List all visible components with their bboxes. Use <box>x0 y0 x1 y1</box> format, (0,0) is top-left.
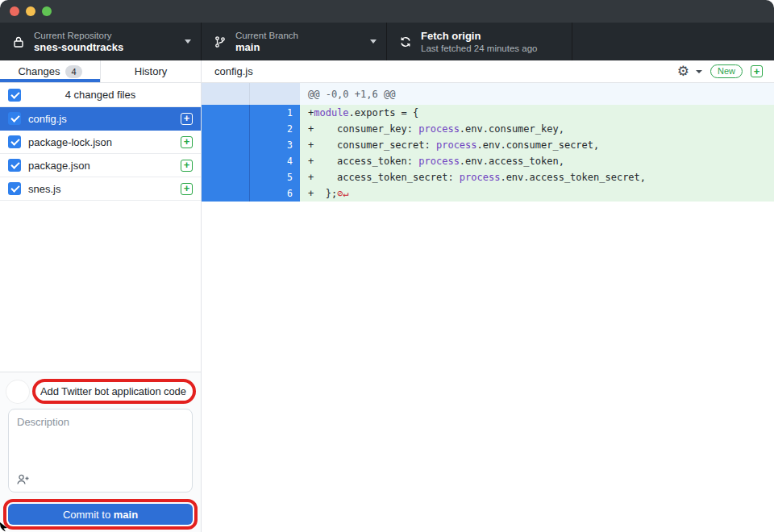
summary-highlight-annotation <box>32 379 196 404</box>
diff-gutter-old[interactable] <box>202 121 250 137</box>
hunk-gutter-new <box>250 83 300 105</box>
chevron-down-icon[interactable] <box>696 70 702 73</box>
hunk-gutter-old <box>202 83 250 105</box>
diff-header-icons: ⚙ New <box>677 64 763 78</box>
plus-square-icon[interactable] <box>181 113 193 125</box>
diff-code-line: + consumer_key: process.env.consumer_key… <box>300 121 774 137</box>
chevron-down-icon <box>185 39 191 44</box>
file-name: config.js <box>28 113 173 125</box>
minimize-button[interactable] <box>26 6 35 16</box>
diff-gutter-new[interactable]: 5 <box>250 169 300 185</box>
avatar <box>6 380 29 403</box>
new-file-badge: New <box>710 64 743 78</box>
diff-gutter-old[interactable] <box>202 153 250 169</box>
file-list-rows: config.jspackage-lock.jsonpackage.jsonsn… <box>0 107 201 201</box>
diff-gutter-new[interactable]: 2 <box>250 121 300 137</box>
file-name: package-lock.json <box>28 136 173 148</box>
content: Changes 4 History 4 changed files config… <box>0 60 774 532</box>
select-all-checkbox[interactable] <box>8 89 21 102</box>
file-row[interactable]: config.js <box>0 107 201 131</box>
close-button[interactable] <box>10 6 19 16</box>
zoom-button[interactable] <box>42 6 52 16</box>
diff-line: 2+ consumer_key: process.env.consumer_ke… <box>202 121 774 137</box>
diff-file-title: config.js <box>214 65 677 77</box>
plus-square-icon[interactable] <box>181 160 193 172</box>
mouse-cursor <box>0 522 10 532</box>
tab-changes[interactable]: Changes 4 <box>0 60 100 82</box>
sidebar-tabs: Changes 4 History <box>0 60 201 83</box>
repo-name: snes-soundtracks <box>34 41 178 54</box>
file-checkbox[interactable] <box>8 182 21 195</box>
fetch-origin-button[interactable]: Fetch origin Last fetched 24 minutes ago <box>387 23 572 60</box>
gear-icon[interactable]: ⚙ <box>677 64 689 78</box>
fetch-label: Fetch origin <box>421 30 562 43</box>
diff-code-line: + consumer_secret: process.env.consumer_… <box>300 137 774 153</box>
lock-icon <box>11 35 26 49</box>
changed-files-count: 4 changed files <box>65 89 135 101</box>
main-panel: config.js ⚙ New @@ -0,0 +1,6 @@ 1+module… <box>202 60 774 532</box>
diff-line: 4+ access_token: process.env.access_toke… <box>202 153 774 169</box>
changes-count-badge: 4 <box>65 65 81 78</box>
current-repository-button[interactable]: Current Repository snes-soundtracks <box>0 23 202 60</box>
commit-summary-input[interactable] <box>40 385 188 397</box>
file-checkbox[interactable] <box>8 159 21 172</box>
add-coauthor-icon[interactable] <box>16 473 31 486</box>
plus-square-icon[interactable] <box>181 136 193 148</box>
diff-header: config.js ⚙ New <box>202 60 774 83</box>
diff-code-line: +module.exports = { <box>300 105 774 121</box>
hunk-header-text: @@ -0,0 +1,6 @@ <box>300 83 774 105</box>
commit-panel: Commit to main <box>0 372 201 532</box>
file-checkbox[interactable] <box>8 135 21 148</box>
changed-files-list: 4 changed files config.jspackage-lock.js… <box>0 83 201 372</box>
diff-gutter-new[interactable]: 6 <box>250 185 300 202</box>
fetch-status: Last fetched 24 minutes ago <box>421 43 562 54</box>
plus-square-icon[interactable] <box>751 65 763 77</box>
sidebar: Changes 4 History 4 changed files config… <box>0 60 202 532</box>
diff-line: 3+ consumer_secret: process.env.consumer… <box>202 137 774 153</box>
diff-view: @@ -0,0 +1,6 @@ 1+module.exports = {2+ c… <box>202 83 774 202</box>
toolbar-filler <box>572 23 774 60</box>
diff-gutter-old[interactable] <box>202 169 250 185</box>
file-row[interactable]: package.json <box>0 154 201 177</box>
file-row[interactable]: package-lock.json <box>0 131 201 154</box>
diff-gutter-new[interactable]: 4 <box>250 153 300 169</box>
sync-icon <box>398 35 413 49</box>
diff-gutter-old[interactable] <box>202 185 250 202</box>
traffic-lights <box>10 6 52 16</box>
commit-description-wrap <box>8 409 193 493</box>
diff-line: 5+ access_token_secret: process.env.acce… <box>202 169 774 185</box>
diff-line: 6+ };⊘↵ <box>202 185 774 202</box>
commit-description-textarea[interactable] <box>8 409 193 493</box>
hunk-header-row: @@ -0,0 +1,6 @@ <box>202 83 774 105</box>
diff-gutter-new[interactable]: 3 <box>250 137 300 153</box>
toolbar: Current Repository snes-soundtracks Curr… <box>0 23 774 60</box>
diff-line: 1+module.exports = { <box>202 105 774 121</box>
tab-history-label: History <box>135 65 167 77</box>
commit-button-prefix: Commit to <box>63 509 114 521</box>
file-name: snes.js <box>28 183 173 195</box>
diff-code-line: + access_token: process.env.access_token… <box>300 153 774 169</box>
branch-name: main <box>235 41 364 54</box>
repo-label: Current Repository <box>34 30 178 41</box>
branch-label: Current Branch <box>235 30 364 41</box>
diff-lines: 1+module.exports = {2+ consumer_key: pro… <box>202 105 774 202</box>
current-branch-button[interactable]: Current Branch main <box>202 23 387 60</box>
diff-gutter-old[interactable] <box>202 105 250 121</box>
plus-square-icon[interactable] <box>181 183 193 195</box>
diff-code-line: + };⊘↵ <box>300 185 774 202</box>
diff-code-line: + access_token_secret: process.env.acces… <box>300 169 774 185</box>
diff-gutter-new[interactable]: 1 <box>250 105 300 121</box>
file-checkbox[interactable] <box>8 112 21 125</box>
chevron-down-icon <box>370 39 377 44</box>
commit-button-highlight-annotation: Commit to main <box>3 499 198 530</box>
commit-button[interactable]: Commit to main <box>8 504 193 525</box>
file-name: package.json <box>28 160 173 172</box>
github-desktop-window: Current Repository snes-soundtracks Curr… <box>0 0 774 532</box>
commit-summary-row <box>0 379 201 404</box>
file-row[interactable]: snes.js <box>0 177 201 201</box>
git-branch-icon <box>213 35 227 49</box>
tab-history[interactable]: History <box>100 60 201 82</box>
diff-gutter-old[interactable] <box>202 137 250 153</box>
tab-changes-label: Changes <box>18 65 60 77</box>
commit-button-branch: main <box>114 509 138 521</box>
